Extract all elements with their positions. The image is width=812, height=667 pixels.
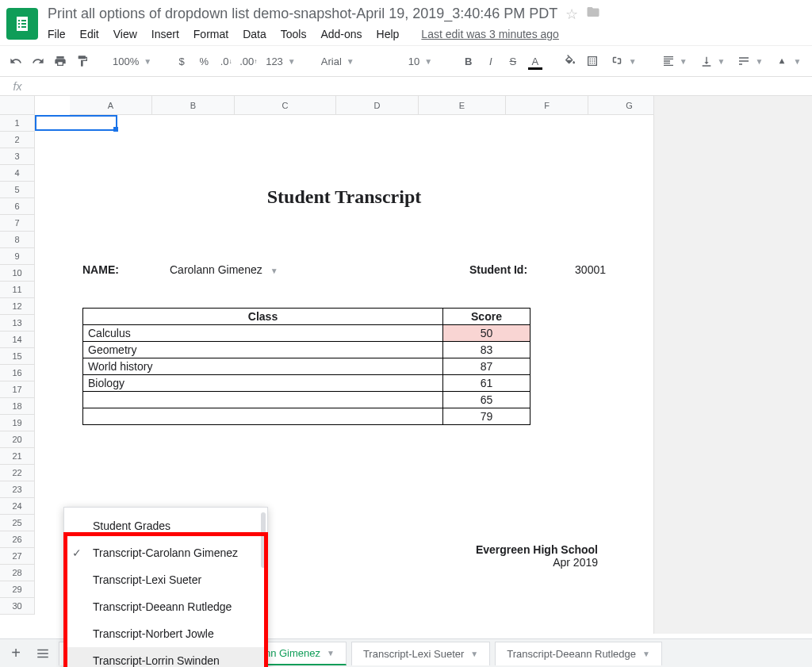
selected-cell[interactable] [35, 115, 117, 131]
right-gutter [653, 96, 812, 634]
menu-data[interactable]: Data [243, 28, 266, 40]
menu-addons[interactable]: Add-ons [320, 28, 362, 40]
chevron-down-icon[interactable]: ▼ [327, 649, 335, 657]
row-header-19[interactable]: 19 [0, 415, 34, 431]
score-cell: 87 [443, 358, 530, 375]
row-header-11[interactable]: 11 [0, 282, 34, 298]
text-color-button[interactable]: A [526, 51, 545, 71]
wrap-button[interactable]: ▼ [733, 51, 768, 71]
paint-format-button[interactable] [73, 51, 92, 71]
row-header-30[interactable]: 30 [0, 598, 34, 615]
last-edit-link[interactable]: Last edit was 3 minutes ago [421, 28, 559, 40]
row-header-5[interactable]: 5 [0, 182, 34, 198]
score-cell: 65 [443, 392, 530, 408]
sheet-tab[interactable]: Transcript-Deeann Rutledge▼ [495, 642, 662, 665]
menu-tools[interactable]: Tools [281, 28, 307, 40]
menu-help[interactable]: Help [377, 28, 400, 40]
sheet-menu-item[interactable]: Student Grades [64, 512, 267, 539]
halign-button[interactable]: ▼ [657, 51, 692, 71]
menu-view[interactable]: View [113, 28, 137, 40]
row-header-14[interactable]: 14 [0, 332, 34, 348]
name-dropdown[interactable]: Carolann Gimenez ▼ [170, 263, 320, 276]
borders-button[interactable] [583, 51, 602, 71]
transcript-title: Student Transcript [35, 186, 653, 208]
currency-button[interactable]: $ [172, 51, 191, 71]
class-cell: Geometry [83, 342, 443, 358]
font-select[interactable]: Arial▼ [316, 51, 388, 71]
sheet-menu-item[interactable]: Transcript-Lexi Sueter [64, 566, 267, 593]
col-header-C[interactable]: C [235, 96, 336, 114]
table-row: Calculus50 [83, 325, 530, 342]
row-header-20[interactable]: 20 [0, 431, 34, 448]
row-header-22[interactable]: 22 [0, 465, 34, 481]
row-header-27[interactable]: 27 [0, 548, 34, 565]
menu-edit[interactable]: Edit [80, 28, 99, 40]
fill-color-button[interactable] [561, 51, 580, 71]
col-header-E[interactable]: E [419, 96, 506, 114]
row-header-16[interactable]: 16 [0, 365, 34, 381]
name-label: NAME: [82, 263, 170, 276]
sheet-menu-item[interactable]: Transcript-Norbert Jowle [64, 620, 267, 647]
col-header-F[interactable]: F [506, 96, 588, 114]
all-sheets-button[interactable] [32, 642, 54, 665]
row-header-21[interactable]: 21 [0, 448, 34, 465]
strike-button[interactable]: S [504, 51, 523, 71]
merge-button[interactable]: ▼ [605, 51, 642, 71]
dec-decrease-button[interactable]: .0↓ [216, 51, 236, 71]
star-icon[interactable]: ☆ [565, 6, 578, 23]
number-format-select[interactable]: 123▼ [261, 51, 301, 71]
row-header-24[interactable]: 24 [0, 498, 34, 515]
add-sheet-button[interactable]: + [5, 642, 27, 665]
table-row: World history87 [83, 358, 530, 375]
grades-table: Class Score Calculus50Geometry83World hi… [82, 308, 530, 425]
row-header-2[interactable]: 2 [0, 132, 34, 148]
col-header-B[interactable]: B [152, 96, 235, 114]
row-header-8[interactable]: 8 [0, 232, 34, 248]
row-header-9[interactable]: 9 [0, 248, 34, 265]
italic-button[interactable]: I [481, 51, 500, 71]
zoom-select[interactable]: 100%▼ [108, 51, 156, 71]
valign-button[interactable]: ▼ [695, 51, 730, 71]
chevron-down-icon[interactable]: ▼ [642, 650, 650, 658]
rotate-button[interactable]: ▼ [771, 51, 806, 71]
row-header-6[interactable]: 6 [0, 198, 34, 215]
row-header-29[interactable]: 29 [0, 581, 34, 598]
sheets-logo[interactable] [6, 8, 38, 40]
print-button[interactable] [51, 51, 70, 71]
row-header-23[interactable]: 23 [0, 481, 34, 498]
menu-format[interactable]: Format [193, 28, 228, 40]
row-header-12[interactable]: 12 [0, 298, 34, 315]
row-header-26[interactable]: 26 [0, 531, 34, 548]
menu-file[interactable]: File [48, 28, 66, 40]
doc-title[interactable]: Print all options of dropdown list demo-… [48, 6, 557, 22]
all-sheets-menu[interactable]: Student Grades✓Transcript-Carolann Gimen… [63, 507, 268, 667]
undo-button[interactable] [6, 51, 25, 71]
row-header-10[interactable]: 10 [0, 265, 34, 282]
sheet-menu-item[interactable]: ✓Transcript-Carolann Gimenez [64, 539, 267, 566]
row-header-18[interactable]: 18 [0, 398, 34, 415]
row-header-1[interactable]: 1 [0, 115, 34, 132]
row-header-28[interactable]: 28 [0, 565, 34, 581]
redo-button[interactable] [29, 51, 48, 71]
font-size-select[interactable]: 10▼ [404, 51, 443, 71]
select-all-corner[interactable] [0, 96, 35, 115]
class-cell: Calculus [83, 325, 443, 342]
sheet-menu-item[interactable]: Transcript-Lorrin Swinden [64, 647, 267, 667]
row-header-7[interactable]: 7 [0, 215, 34, 232]
row-header-25[interactable]: 25 [0, 515, 34, 531]
percent-button[interactable]: % [194, 51, 213, 71]
col-header-D[interactable]: D [336, 96, 419, 114]
row-header-13[interactable]: 13 [0, 315, 34, 332]
row-header-4[interactable]: 4 [0, 165, 34, 182]
row-header-17[interactable]: 17 [0, 381, 34, 398]
chevron-down-icon[interactable]: ▼ [470, 650, 478, 658]
dec-increase-button[interactable]: .00↑ [239, 51, 258, 71]
sheet-tab[interactable]: Transcript-Lexi Sueter▼ [351, 642, 490, 665]
bold-button[interactable]: B [459, 51, 478, 71]
sheet-menu-item[interactable]: Transcript-Deeann Rutledge [64, 593, 267, 620]
menu-insert[interactable]: Insert [151, 28, 179, 40]
row-header-15[interactable]: 15 [0, 348, 34, 365]
folder-icon[interactable] [586, 5, 600, 23]
row-header-3[interactable]: 3 [0, 148, 34, 165]
col-header-A[interactable]: A [70, 96, 152, 114]
